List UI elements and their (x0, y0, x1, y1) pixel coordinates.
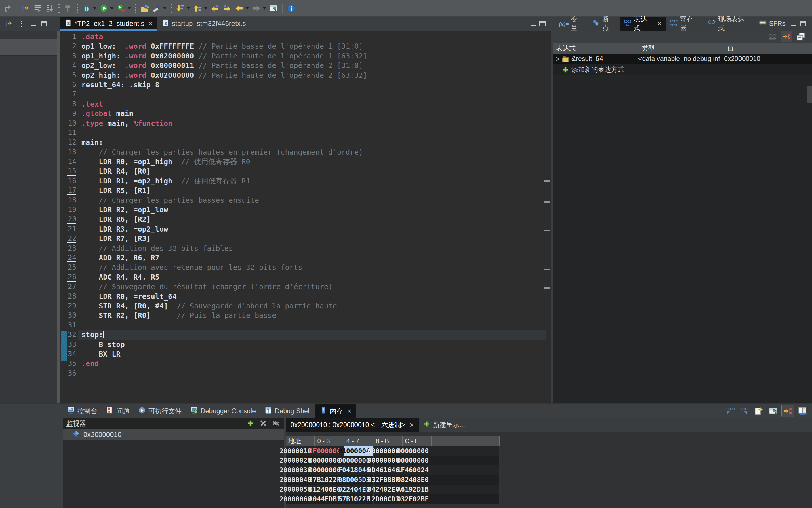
code-line-text[interactable]: LDR R5, [R1] (78, 186, 151, 195)
expression-cell[interactable]: &result_64 (553, 53, 638, 64)
code-line-text[interactable]: LDR R1, =op2_high // 使用低寄存器 R1 (78, 176, 250, 186)
open-resource-icon[interactable] (139, 2, 150, 14)
code-line[interactable]: 33 B stop (60, 340, 551, 349)
line-number[interactable]: 27 (60, 282, 78, 291)
line-number[interactable]: 7 (60, 90, 78, 99)
memory-value-cell[interactable]: 00000000 (403, 456, 432, 465)
expressions-column-header[interactable]: 值 (724, 43, 812, 53)
instruction-pointer-icon[interactable]: i (3, 17, 14, 30)
mark-occurrences-icon[interactable] (151, 2, 162, 14)
show-source-icon[interactable] (32, 2, 43, 14)
next-annotation-dropdown-icon[interactable] (187, 7, 190, 9)
toolbar-drag-handle[interactable] (77, 3, 78, 13)
code-line[interactable]: 30 STR R2, [R0] // Puis la partie basse (60, 311, 551, 320)
next-edit-location-icon[interactable] (221, 2, 233, 14)
scrollbar-thumb[interactable] (807, 86, 812, 103)
close-tab-icon[interactable]: × (656, 21, 662, 27)
maximize-icon[interactable] (41, 21, 47, 27)
overview-annotation-mark[interactable] (544, 287, 551, 289)
code-line[interactable]: 13 // Charger les parties hautes en prem… (60, 147, 551, 157)
previous-annotation-dropdown-icon[interactable] (204, 7, 207, 9)
add-monitor-icon[interactable] (246, 419, 255, 428)
memory-monitor-item[interactable]: 0x20000010 (63, 429, 284, 440)
tab-现场表达式[interactable]: 现场表达式 (704, 17, 755, 31)
link-memory-with-debug-icon[interactable] (781, 405, 794, 417)
code-line-text[interactable]: // Charger les parties basses ensuite (78, 196, 259, 205)
line-number[interactable]: 8 (60, 99, 78, 109)
line-number[interactable]: 1 (60, 32, 78, 41)
pin-editor-icon[interactable] (268, 2, 279, 14)
line-number[interactable]: 29 (60, 301, 78, 311)
line-number[interactable]: 34 (60, 349, 78, 359)
code-line[interactable]: 35.end (60, 359, 551, 368)
line-number[interactable]: 6 (60, 80, 78, 90)
code-line[interactable]: 18 // Charger les parties basses ensuite (60, 196, 551, 205)
code-line-text[interactable]: // Addition avec retenue pour les 32 bit… (78, 263, 302, 272)
code-line-text[interactable] (78, 90, 82, 99)
forward-dropdown-icon[interactable] (263, 7, 266, 9)
toolbar-drag-handle[interactable] (170, 3, 172, 13)
tab-变量[interactable]: (x)=变量 (555, 17, 588, 31)
collapse-all-icon[interactable] (795, 31, 806, 42)
code-line-text[interactable]: result_64: .skip 8 (78, 80, 159, 90)
code-line[interactable]: 5op2_high: .word 0x02000000 // Partie ha… (60, 71, 551, 80)
build-icon[interactable] (62, 2, 74, 14)
tab-寄存器[interactable]: 10100101寄存器 (666, 17, 704, 31)
code-line[interactable]: 22 LDR R7, [R3] (60, 234, 551, 243)
collapsed-view-highlight[interactable] (0, 39, 57, 55)
expressions-column-header[interactable]: 表达式 (553, 43, 638, 53)
code-line-text[interactable]: .type main, %function (78, 119, 172, 128)
code-line-text[interactable] (78, 128, 82, 138)
line-number[interactable]: 11 (60, 128, 78, 138)
code-line-text[interactable]: // Sauvegarde du résultat (changer l'ord… (78, 282, 333, 291)
code-line[interactable]: 31 (60, 321, 551, 330)
switch-layout-icon[interactable] (797, 405, 809, 417)
forward-icon[interactable] (251, 2, 262, 14)
line-number[interactable]: 17 (60, 186, 78, 195)
code-line[interactable]: 11 (60, 128, 551, 138)
code-line[interactable]: 19 LDR R2, =op1_low (60, 205, 551, 215)
editor-tab-1[interactable]: S*TP2_ex1_2_student.s× (60, 17, 157, 31)
overview-annotation-mark[interactable] (544, 229, 551, 231)
code-line[interactable]: 20 LDR R6, [R2] (60, 215, 551, 224)
line-number[interactable]: 16 (60, 176, 78, 186)
code-line[interactable]: 15 LDR R4, [R0] (60, 166, 551, 176)
step-filters-icon[interactable] (44, 2, 55, 14)
memory-value-cell[interactable]: 032F02BF (403, 494, 432, 504)
code-line[interactable]: 2op1_low: .word 0xFFFFFFFE // Partie bas… (60, 41, 551, 51)
code-line[interactable]: 17 LDR R5, [R1] (60, 186, 551, 195)
line-number[interactable]: 20 (60, 215, 78, 224)
line-number[interactable]: 35 (60, 359, 78, 368)
memory-value-cell[interactable]: 00000000 (403, 446, 432, 456)
code-line-text[interactable]: op1_low: .word 0xFFFFFFFE // Partie bass… (78, 41, 363, 51)
code-line-text[interactable]: op2_high: .word 0x02000000 // Partie hau… (78, 71, 367, 80)
code-line[interactable]: 27 // Sauvegarde du résultat (changer l'… (60, 282, 551, 291)
expressions-table-header[interactable]: 表达式类型值 (553, 43, 812, 53)
last-edit-location-icon[interactable] (209, 2, 221, 14)
code-line[interactable]: 3op1_high: .word 0x02000000 // Partie ha… (60, 51, 551, 61)
toggle-endianness-little-icon[interactable]: IIXIIX (724, 405, 736, 417)
code-line[interactable]: 36 (60, 369, 551, 378)
tab-SFRs[interactable]: SFRs (755, 17, 790, 31)
code-line-text[interactable]: LDR R6, [R2] (78, 215, 151, 224)
remove-monitor-icon[interactable] (258, 419, 268, 428)
line-number[interactable]: 28 (60, 292, 78, 301)
code-line[interactable]: 28 LDR R0, =result_64 (60, 292, 551, 301)
line-number[interactable]: 10 (60, 119, 78, 128)
overview-annotation-mark[interactable] (544, 269, 551, 270)
code-line[interactable]: 32stop: (60, 330, 551, 340)
code-line-text[interactable]: B stop (78, 340, 125, 349)
memory-column-header[interactable]: 4 - 7 (344, 436, 373, 446)
code-line-text[interactable]: STR R2, [R0] // Puis la partie basse (78, 311, 276, 320)
line-number[interactable]: 9 (60, 109, 78, 118)
tab-问题[interactable]: 问题 (102, 404, 134, 418)
code-line-text[interactable]: op1_high: .word 0x02000000 // Partie hau… (78, 51, 367, 61)
external-tools-icon[interactable] (115, 2, 127, 14)
line-number[interactable]: 23 (60, 244, 78, 253)
code-line-text[interactable]: ADD R2, R6, R7 (78, 253, 159, 263)
code-line[interactable]: 21 LDR R3, =op2_low (60, 224, 551, 234)
toolbar-drag-handle[interactable] (135, 3, 136, 13)
tab-Debug Shell[interactable]: JDebug Shell (260, 404, 315, 418)
debug-dropdown-icon[interactable] (93, 7, 96, 9)
code-line[interactable]: 23 // Addition des 32 bits faibles (60, 244, 551, 253)
